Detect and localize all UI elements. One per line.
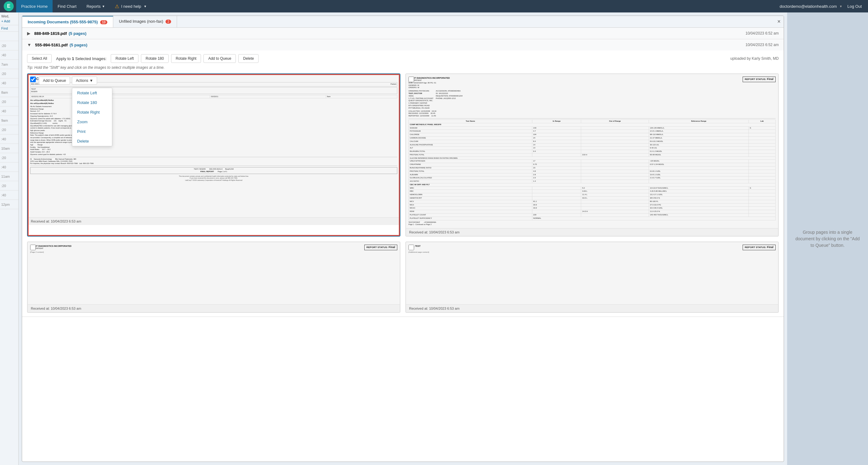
actions-dropdown-container: Actions ▼ Rotate Left Rotate 180 Rotate … [72,77,97,85]
image-footer-2: Received at: 10/04/2023 6:53 am [406,228,778,236]
image-checkbox-1[interactable] [30,77,36,82]
file1-date: 10/04/2023 6:52 am [745,31,779,35]
main-content: × Incoming Documents (555-555-9875) 13 U… [19,12,787,465]
find-button[interactable]: Find [0,25,18,32]
file-section-2: ▼ 555-894-5161.pdf (5 pages) 10/04/2023 … [22,39,784,317]
time-slot: :40 [0,191,18,200]
tab-incoming-documents[interactable]: Incoming Documents (555-555-9875) 13 [22,16,113,27]
actions-dropdown-trigger[interactable]: Actions ▼ [72,77,97,85]
doc-content-3: QUEST DIAGNOSTICS INCORPORATED TEST, PAT… [28,242,400,256]
top-nav: E Practice Home Find Chart Reports ▼ ⚠ I… [0,0,868,12]
image-checkbox-4[interactable] [408,244,414,250]
image-footer-4: Received at: 10/04/2023 6:53 am [406,304,778,312]
image-footer-3: Received at: 10/04/2023 6:53 am [28,304,400,312]
actions-dropdown-menu: Rotate Left Rotate 180 Rotate Right Zoom… [72,88,112,146]
left-sidebar: Wed, + Add Find :20 :40 7am :20 :40 8am … [0,12,19,465]
file-header-2[interactable]: ▼ 555-894-5161.pdf (5 pages) 10/04/2023 … [22,39,784,51]
doc-content-2: QUEST DIAGNOSTICS INCORPORATED TEST, PAT… [406,74,778,228]
add-button[interactable]: + Add [1,19,17,23]
user-dropdown-arrow: ▼ [839,5,842,8]
right-panel: Group pages into a single document by cl… [787,12,868,465]
file-header-1[interactable]: ▶ 888-849-1819.pdf (5 pages) 10/04/2023 … [22,28,784,39]
file2-name: 555-894-5161.pdf [35,42,68,47]
rotate-left-button[interactable]: Rotate Left [111,54,138,63]
rotate-180-button[interactable]: Rotate 180 [141,54,168,63]
apply-label: Apply to 1 Selected Images: [56,56,106,61]
modal-body: ▶ 888-849-1819.pdf (5 pages) 10/04/2023 … [22,28,784,462]
calendar-date: Wed, [1,14,17,18]
image-card-1: Add to Queue Actions ▼ Rotate L [27,74,400,236]
dropdown-rotate-left[interactable]: Rotate Left [72,88,112,98]
nav-logout-button[interactable]: Log Out [845,4,864,9]
image-add-to-queue-button[interactable]: Add to Queue [39,77,70,85]
file2-content: Select All Apply to 1 Selected Images: R… [22,51,784,317]
time-slot: 11am [0,172,18,181]
delete-button[interactable]: Delete [238,54,258,63]
images-grid: Add to Queue Actions ▼ Rotate L [27,74,779,313]
time-slot: :40 [0,163,18,172]
right-panel-hint: Group pages into a single document by cl… [793,229,862,249]
nav-reports[interactable]: Reports ▼ [82,0,110,12]
image-card-3: QUEST DIAGNOSTICS INCORPORATED TEST, PAT… [27,241,400,313]
doc-content-4: TEST, TEST REPORT STATUS: Final [Additio… [406,242,778,256]
uploaded-by-label: uploaded by Karly Smith, MD [731,56,779,61]
add-to-queue-button[interactable]: Add to Queue [204,54,236,63]
reports-dropdown-arrow: ▼ [102,5,105,8]
time-slot: :40 [0,135,18,144]
image-card-2: QUEST DIAGNOSTICS INCORPORATED TEST, PAT… [405,74,779,236]
file2-toolbar: Select All Apply to 1 Selected Images: R… [27,54,779,63]
time-slot: :40 [0,107,18,116]
time-slot: 10am [0,144,18,153]
time-slot: :40 [0,51,18,60]
toolbar-tip: Tip: Hold the "Shift" key and click on t… [27,65,779,70]
nav-user-email[interactable]: doctordemo@elationhealth.com [780,4,837,9]
time-slot: :20 [0,97,18,107]
collapse-arrow-2: ▼ [27,42,31,47]
file2-date: 10/04/2023 6:52 am [745,42,779,47]
app-logo: E [4,1,14,11]
actions-dropdown-arrow: ▼ [89,79,93,83]
image-actions-bar-1: Add to Queue Actions ▼ Rotate L [39,77,97,85]
file1-name: 888-849-1819.pdf [34,31,67,36]
time-slot [0,32,18,41]
image-card-4: TEST, TEST REPORT STATUS: Final [Additio… [405,241,779,313]
time-slot: 8am [0,88,18,97]
time-slot: 12pm [0,200,18,209]
nav-practice-home[interactable]: Practice Home [16,0,53,12]
incoming-docs-badge: 13 [100,20,107,24]
collapse-arrow-1: ▶ [27,31,30,36]
image-footer-1: Received at: 10/04/2023 6:53 am [28,217,400,225]
image-checkbox-2[interactable] [408,77,414,82]
select-all-button[interactable]: Select All [27,54,52,63]
time-slot: :20 [0,41,18,51]
modal-close-button[interactable]: × [777,18,781,25]
time-slot: 7am [0,60,18,69]
modal-tabs: Incoming Documents (555-555-9875) 13 Unf… [22,16,784,28]
time-slots-list: :20 :40 7am :20 :40 8am :20 :40 9am :20 … [0,32,18,209]
time-slot: :20 [0,125,18,135]
alert-icon: ⚠ [115,3,119,9]
dropdown-print[interactable]: Print [72,127,112,136]
tab-unfiled-images[interactable]: Unfiled Images (non-fax) 2 [113,16,177,27]
nav-help[interactable]: ⚠ I need help ▼ [110,0,152,12]
main-layout: Wed, + Add Find :20 :40 7am :20 :40 8am … [0,12,868,465]
image-preview-2: QUEST DIAGNOSTICS INCORPORATED TEST, PAT… [406,74,778,228]
file-section-1: ▶ 888-849-1819.pdf (5 pages) 10/04/2023 … [22,28,784,39]
help-dropdown-arrow: ▼ [144,5,147,8]
file1-pages[interactable]: (5 pages) [69,31,87,36]
dropdown-zoom[interactable]: Zoom [72,117,112,127]
nav-find-chart[interactable]: Find Chart [53,0,82,12]
time-slot: :20 [0,153,18,163]
dropdown-rotate-right[interactable]: Rotate Right [72,107,112,117]
image-checkbox-3[interactable] [30,244,36,250]
dropdown-rotate-180[interactable]: Rotate 180 [72,98,112,107]
rotate-right-button[interactable]: Rotate Right [171,54,201,63]
image-preview-4: TEST, TEST REPORT STATUS: Final [Additio… [406,242,778,304]
nav-right: doctordemo@elationhealth.com ▼ Log Out [780,4,864,9]
image-preview-3: QUEST DIAGNOSTICS INCORPORATED TEST, PAT… [28,242,400,304]
dropdown-delete[interactable]: Delete [72,136,112,146]
file2-pages[interactable]: (5 pages) [70,42,87,47]
time-slot: :20 [0,181,18,191]
time-slot: 9am [0,116,18,125]
incoming-documents-modal: × Incoming Documents (555-555-9875) 13 U… [22,16,784,462]
